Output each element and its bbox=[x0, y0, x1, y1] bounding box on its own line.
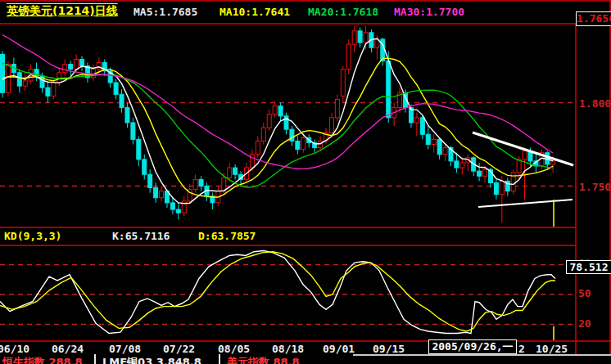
ticker-separator bbox=[219, 354, 220, 364]
cursor-date-box: 2005/09/26,一 bbox=[428, 339, 517, 354]
date-tick-0805: 08/05 bbox=[218, 343, 250, 355]
date-tick-0818: 08/18 bbox=[272, 343, 304, 355]
ticker-item-1[interactable]: 恒生指数 288.8 bbox=[2, 355, 83, 364]
kd-k-value-label: K:65.7116 bbox=[112, 230, 170, 242]
date-tick-1025: 10/25 bbox=[536, 343, 568, 355]
ticker-item-3[interactable]: 美元指数 88.8 bbox=[227, 355, 300, 364]
price-axis-label-1-8000: 1.8000 bbox=[579, 97, 611, 110]
ma30-value-label: MA30:1.7700 bbox=[394, 6, 464, 18]
ticker-separator bbox=[94, 354, 96, 364]
panel-edge-highlight bbox=[353, 354, 611, 356]
kd-axis-label-50: 50 bbox=[578, 287, 591, 299]
chart-canvas[interactable] bbox=[0, 0, 611, 364]
kd-curves bbox=[0, 251, 555, 334]
date-tick-0901: 09/01 bbox=[323, 343, 355, 355]
symbol-title[interactable]: 英镑美元(1214)日线 bbox=[7, 4, 118, 19]
gridlines bbox=[0, 103, 576, 325]
date-tick-0624: 06/24 bbox=[52, 343, 84, 355]
date-tick-0722: 07/22 bbox=[163, 343, 195, 355]
date-tick-0610: 06/10 bbox=[0, 343, 29, 355]
date-tick-0708: 07/08 bbox=[109, 343, 141, 355]
ticker-item-2[interactable]: LME铜03 3.848.8 bbox=[102, 355, 201, 364]
last-price-box: 1.7650 bbox=[576, 11, 611, 26]
date-tick-partial: 2 bbox=[518, 343, 525, 355]
price-axis-label-1-7500: 1.7500 bbox=[579, 181, 611, 193]
ma-lines bbox=[2, 35, 553, 204]
kd-d-value-label: D:63.7857 bbox=[198, 230, 256, 242]
kd-axis-label-20: 20 bbox=[578, 317, 591, 330]
kd-latest-value-box: 78.512 bbox=[566, 260, 611, 274]
ma5-value-label: MA5:1.7685 bbox=[134, 6, 197, 18]
kd-indicator-title[interactable]: KD(9,3,3) bbox=[4, 230, 61, 242]
ma10-value-label: MA10:1.7641 bbox=[220, 6, 290, 18]
charting-app-window: 英镑美元(1214)日线 MA5:1.7685 MA10:1.7641 MA20… bbox=[0, 0, 611, 364]
ma20-value-label: MA20:1.7618 bbox=[308, 6, 378, 18]
date-tick-0915: 09/15 bbox=[373, 343, 405, 355]
